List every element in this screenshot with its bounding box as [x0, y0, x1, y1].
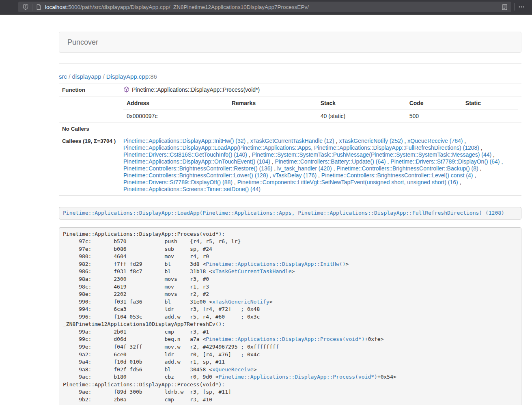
callee-link[interactable]: Pinetime::Applications::Screens::Timer::… [123, 186, 261, 192]
callee-link[interactable]: xQueueReceive (764) [407, 138, 463, 144]
col-header-stack: Stack [317, 97, 406, 110]
breadcrumb-displayapp[interactable]: displayapp [72, 73, 101, 80]
toolbar-divider [514, 3, 515, 11]
callee-link[interactable]: Pinetime::Controllers::BrightnessControl… [123, 165, 272, 172]
urlbar-divider [32, 4, 32, 11]
no-callers-row: No Callers [59, 123, 521, 135]
callee-link[interactable]: Pinetime::Drivers::St7789::DisplayOn() (… [390, 158, 500, 165]
function-row: Function Pinetime::Applications::Display… [59, 84, 521, 97]
callee-link[interactable]: Pinetime::Applications::DisplayApp::OnTo… [123, 158, 270, 165]
browser-toolbar: localhost:5000/path/src/displayapp/Displ… [0, 0, 532, 15]
stats-row: 0x0000097c 40 (static) 500 [123, 110, 518, 123]
callee-link[interactable]: Pinetime::Drivers::St7789::DisplayOff() … [123, 179, 233, 185]
function-label: Function [62, 87, 85, 93]
callee-link[interactable]: vTaskDelay (176) [273, 172, 317, 179]
col-header-remarks: Remarks [228, 97, 317, 110]
function-stats-row: Address Remarks Stack Code Static 0x0000… [59, 97, 521, 123]
asm-symbol-link[interactable]: Pinetime::Applications::DisplayApp::Proc… [219, 374, 377, 380]
url-host: localhost [45, 4, 67, 10]
selected-callee-box: Pinetime::Applications::DisplayApp::Load… [59, 207, 521, 220]
url-path: :5000/path/src/displayapp/DisplayApp.cpp… [67, 4, 309, 10]
col-header-address: Address [123, 97, 228, 110]
symbol-cube-icon [123, 86, 129, 94]
callee-link[interactable]: Pinetime::Controllers::Battery::Update()… [275, 158, 386, 165]
page-content: Puncover src / displayapp / DisplayApp.c… [59, 32, 521, 405]
divider [59, 63, 521, 64]
breadcrumb: src / displayapp / DisplayApp.cpp:86 [59, 72, 521, 81]
asm-symbol-link[interactable]: Pinetime::Applications::DisplayApp::Proc… [206, 336, 364, 342]
url-bar[interactable]: localhost:5000/path/src/displayapp/Displ… [18, 2, 511, 12]
callee-link[interactable]: Pinetime::System::SystemTask::PushMessag… [252, 151, 492, 158]
url-text[interactable]: localhost:5000/path/src/displayapp/Displ… [45, 4, 501, 10]
function-name: Pinetime::Applications::DisplayApp::Proc… [132, 86, 260, 93]
col-header-static: Static [462, 97, 518, 110]
col-header-code: Code [406, 97, 462, 110]
callees-label: Callees (19, Σ=3704 ) [62, 138, 116, 144]
app-navbar: Puncover [59, 32, 521, 53]
asm-symbol-link[interactable]: Pinetime::Applications::DisplayApp::Init… [206, 261, 345, 267]
breadcrumb-separator: / [67, 73, 72, 80]
callee-link[interactable]: Pinetime::Drivers::Cst816S::GetTouchInfo… [123, 151, 247, 158]
callee-link[interactable]: Pinetime::Applications::DisplayApp::Init… [123, 138, 246, 144]
callee-link[interactable]: Pinetime::Applications::DisplayApp::Load… [123, 144, 479, 151]
code-value: 500 [406, 110, 462, 123]
breadcrumb-separator: / [101, 73, 106, 80]
asm-symbol-link[interactable]: xTaskGetCurrentTaskHandle [212, 268, 292, 274]
function-table: Function Pinetime::Applications::Display… [59, 84, 521, 196]
breadcrumb-line-number: :86 [149, 73, 157, 80]
reader-mode-icon[interactable] [501, 4, 508, 11]
callee-link[interactable]: Pinetime::Controllers::BrightnessControl… [321, 172, 473, 179]
brand-link[interactable]: Puncover [59, 38, 98, 47]
stack-value: 40 (static) [317, 110, 406, 123]
callee-link[interactable]: xTaskGetCurrentTaskHandle (12) [250, 138, 334, 144]
more-menu-icon[interactable] [518, 4, 525, 10]
no-callers-label: No Callers [62, 126, 89, 132]
shield-icon[interactable] [22, 4, 29, 10]
remarks-value [228, 110, 317, 123]
callees-list: Pinetime::Applications::DisplayApp::Init… [120, 135, 521, 196]
stats-table: Address Remarks Stack Code Static 0x0000… [123, 97, 518, 123]
asm-symbol-link[interactable]: xTaskGenericNotify [212, 299, 269, 305]
callee-link[interactable]: Pinetime::Controllers::BrightnessControl… [123, 172, 268, 179]
loadapp-link[interactable]: Pinetime::Applications::DisplayApp::Load… [63, 210, 504, 216]
address-value: 0x0000097c [123, 110, 228, 123]
callee-link[interactable]: Pinetime::Components::LittleVgl::SetNewT… [237, 179, 458, 185]
page-info-icon[interactable] [36, 4, 42, 10]
breadcrumb-src[interactable]: src [59, 73, 67, 80]
callees-row: Callees (19, Σ=3704 ) Pinetime::Applicat… [59, 135, 521, 196]
callee-link[interactable]: xTaskGenericNotify (252) [339, 138, 403, 144]
disassembly-listing: Pinetime::Applications::DisplayApp::Proc… [59, 227, 521, 405]
callee-link[interactable]: lv_task_handler (420) [277, 165, 332, 172]
callee-link[interactable]: Pinetime::Controllers::BrightnessControl… [336, 165, 478, 172]
asm-symbol-link[interactable]: xQueueReceive [212, 366, 254, 373]
breadcrumb-file[interactable]: DisplayApp.cpp [106, 73, 149, 80]
static-value [462, 110, 518, 123]
